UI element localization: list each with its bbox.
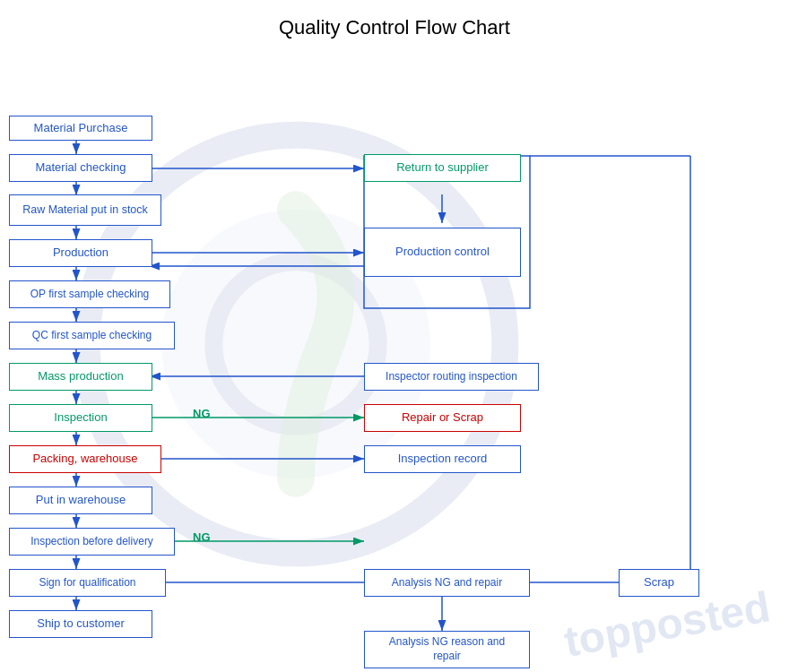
box-qc-first-sample: QC first sample checking xyxy=(9,322,175,349)
box-sign-for-qualification: Sign for qualification xyxy=(9,569,166,597)
svg-point-2 xyxy=(213,262,377,426)
box-mass-production: Mass production xyxy=(9,363,152,391)
box-inspector-routing: Inspector routing inspection xyxy=(364,363,539,391)
box-repair-or-scrap: Repair or Scrap xyxy=(364,404,521,432)
box-production-control: Production control xyxy=(364,228,521,277)
box-production: Production xyxy=(9,239,152,267)
box-inspection-record: Inspection record xyxy=(364,445,521,473)
box-scrap: Scrap xyxy=(619,569,699,597)
box-packing-warehouse: Packing, warehouse xyxy=(9,445,161,473)
box-op-first-sample: OP first sample checking xyxy=(9,280,170,308)
flowchart: Material Purchase Material checking Raw … xyxy=(0,48,789,672)
page-title: Quality Control Flow Chart xyxy=(0,0,789,48)
ng-label-1: NG xyxy=(193,407,211,420)
box-inspection-before-delivery: Inspection before delivery xyxy=(9,528,175,556)
ng-label-2: NG xyxy=(193,530,211,544)
box-return-to-supplier: Return to supplier xyxy=(364,154,521,182)
box-material-checking: Material checking xyxy=(9,154,152,182)
box-analysis-ng-repair: Analysis NG and repair xyxy=(364,569,530,597)
box-put-in-warehouse: Put in warehouse xyxy=(9,487,152,514)
box-inspection: Inspection xyxy=(9,404,152,432)
box-ship-to-customer: Ship to customer xyxy=(9,610,152,638)
box-material-purchase: Material Purchase xyxy=(9,116,152,141)
box-raw-material: Raw Material put in stock xyxy=(9,194,161,226)
box-analysis-ng-reason: Analysis NG reason and repair xyxy=(364,631,530,668)
